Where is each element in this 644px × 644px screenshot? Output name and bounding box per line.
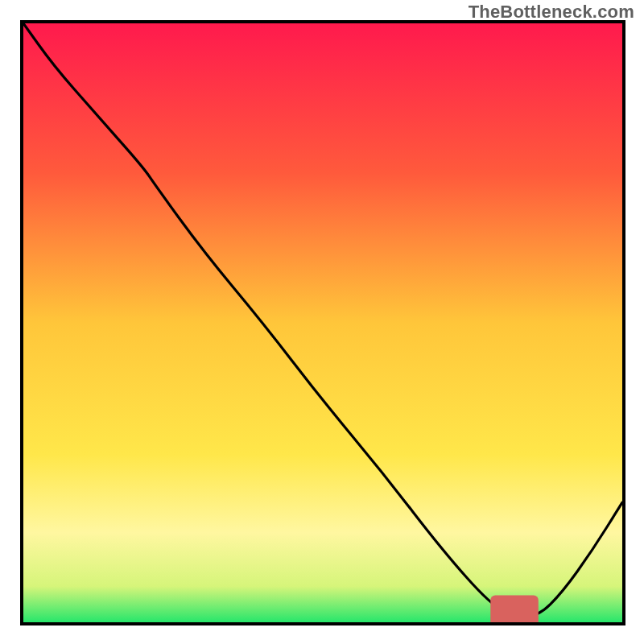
chart-inner — [23, 23, 622, 622]
chart-frame — [20, 20, 625, 625]
optimal-range-marker — [490, 596, 539, 623]
chart-viewport: TheBottleneck.com — [0, 0, 644, 644]
gradient-background — [23, 23, 622, 622]
chart-svg — [23, 23, 622, 622]
